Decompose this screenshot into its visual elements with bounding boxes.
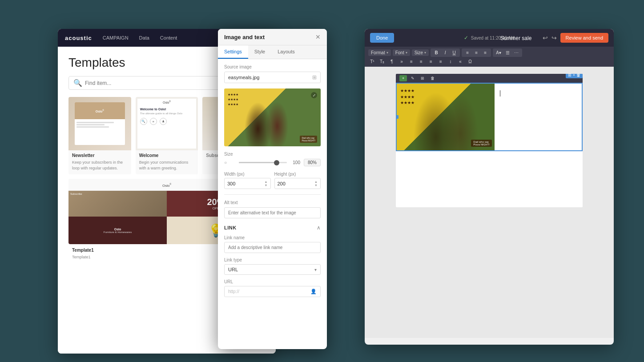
- list-button[interactable]: ≡: [407, 58, 415, 65]
- width-group: Width (px) 300 ▲ ▼: [224, 172, 271, 189]
- link-type-select[interactable]: URL ▾: [224, 264, 321, 275]
- campaign-name: Summer sale: [500, 35, 532, 41]
- height-down-arrow[interactable]: ▼: [314, 184, 318, 187]
- format-arrow: ▾: [386, 51, 388, 55]
- more-button[interactable]: ⋯: [512, 49, 520, 56]
- color-group: A▾ ☰ ⋯: [493, 48, 522, 57]
- template-card-newsletter[interactable]: Oslo® Newsletter Keep your subscribers i…: [68, 97, 131, 174]
- alt-text-input[interactable]: [224, 207, 321, 218]
- email-editor-window: Done ✓ Saved at 11:20:46 AM Summer sale …: [365, 29, 614, 345]
- close-button[interactable]: ✕: [315, 33, 321, 40]
- url-value: http://: [228, 289, 239, 294]
- heading1-button[interactable]: T¹: [368, 58, 376, 65]
- link-chevron[interactable]: ∧: [317, 225, 321, 231]
- nav-item-data[interactable]: Data: [139, 35, 149, 40]
- size-label: Size: [415, 50, 423, 55]
- height-label: Height (px): [274, 172, 321, 177]
- indent-button[interactable]: »: [398, 58, 406, 65]
- align-center-button[interactable]: ≡: [472, 49, 480, 56]
- email-text-area[interactable]: ⊞ + 🗑: [495, 84, 582, 150]
- image-edit-button[interactable]: ✎: [409, 75, 417, 81]
- image-copy-button[interactable]: ⊞: [419, 75, 427, 81]
- card-desc: Begin your communications with a warm gr…: [136, 160, 198, 174]
- width-label: Width (px): [224, 172, 271, 177]
- block-copy-button[interactable]: ⊞: [568, 74, 572, 77]
- text-format-group: B I U: [431, 48, 460, 57]
- expand-icon: ⤢: [311, 92, 317, 98]
- icon-search: 🔍: [140, 118, 147, 125]
- font-dropdown[interactable]: Font ▾: [393, 49, 410, 56]
- card-desc: Keep your subscribers in the loop with r…: [68, 160, 131, 174]
- link-name-input[interactable]: [224, 242, 321, 253]
- tab-settings[interactable]: Settings: [218, 45, 248, 59]
- email-stars: ★★★★★★★★★★★★: [400, 88, 415, 106]
- height-arrows[interactable]: ▲ ▼: [314, 180, 318, 187]
- nav-item-campaign[interactable]: CAMPAIGN: [103, 35, 129, 40]
- send-button[interactable]: Review and send: [560, 33, 608, 43]
- furniture-label: Oslo: [114, 228, 121, 231]
- line-height-button[interactable]: ↕: [447, 58, 455, 65]
- size-slider[interactable]: [239, 162, 287, 163]
- align-left-button[interactable]: ≡: [463, 49, 471, 56]
- size-label: Size: [224, 152, 321, 157]
- url-label: URL: [224, 279, 321, 284]
- block-delete-button[interactable]: 🗑: [576, 74, 580, 77]
- height-up-arrow[interactable]: ▲: [314, 180, 318, 183]
- image-delete-button[interactable]: 🗑: [428, 75, 436, 81]
- add-row-button[interactable]: +: [399, 75, 407, 81]
- special-char-button[interactable]: Ω: [466, 58, 474, 65]
- done-button[interactable]: Done: [370, 33, 394, 43]
- welcome-heading: Welcome to Oslo!: [140, 108, 194, 111]
- text-color-button[interactable]: A▾: [495, 49, 503, 56]
- tab-style[interactable]: Style: [248, 45, 271, 59]
- image-text-block: ★★★★★★★★★★★★ Dad who sayPizza NIGHT! ⊞ +…: [396, 83, 583, 151]
- align-right-button[interactable]: ≡: [481, 49, 489, 56]
- footer-text-block: Oslo Furniture & Homewares: [68, 217, 167, 244]
- width-down-arrow[interactable]: ▼: [265, 184, 268, 187]
- url-input-row[interactable]: http:// 👤: [224, 286, 321, 297]
- outdent-button[interactable]: «: [456, 58, 464, 65]
- tab-layouts[interactable]: Layouts: [271, 45, 301, 59]
- width-input[interactable]: 300 ▲ ▼: [224, 178, 271, 189]
- welcome-subtext: The ultimate guide to all things Oslo: [140, 112, 194, 115]
- link-section-title: LINK: [224, 225, 237, 230]
- icon-list: ≡: [150, 118, 157, 125]
- paragraph-button[interactable]: ¶: [388, 58, 396, 65]
- width-arrows[interactable]: ▲ ▼: [265, 180, 268, 187]
- highlight-button[interactable]: ☰: [503, 49, 511, 56]
- app-logo: acoustic: [65, 35, 92, 41]
- ordered-list-button[interactable]: ≡: [417, 58, 425, 65]
- icon-person: ♟: [160, 118, 167, 125]
- italic-button[interactable]: I: [441, 49, 449, 56]
- link-type-value: URL: [228, 267, 238, 272]
- dialog-title: Image and text: [224, 34, 265, 40]
- undo-button[interactable]: ↩: [543, 34, 548, 41]
- url-person-icon[interactable]: 👤: [310, 289, 317, 294]
- editor-topbar: Done ✓ Saved at 11:20:46 AM Summer sale …: [365, 29, 614, 47]
- toolbar-row-2: T¹ T₂ ¶ » ≡ ≡ ≡ ≡ ↕ « Ω: [368, 58, 610, 65]
- height-input[interactable]: 200 ▲ ▼: [274, 178, 321, 189]
- resize-handle-left[interactable]: [396, 115, 398, 119]
- dialog-tabs: Settings Style Layouts: [218, 45, 327, 59]
- format-dropdown[interactable]: Format ▾: [368, 49, 391, 56]
- size-dropdown[interactable]: Size ▾: [412, 49, 429, 56]
- file-row[interactable]: easymeals.jpg ⊞: [224, 72, 321, 83]
- bold-button[interactable]: B: [432, 49, 440, 56]
- template-card-welcome[interactable]: Oslo® Welcome to Oslo! The ultimate guid…: [136, 97, 198, 174]
- redo-button[interactable]: ↪: [551, 34, 557, 41]
- alt-text-label: Alt text: [224, 200, 321, 205]
- size-max-val: 100: [290, 160, 300, 165]
- nav-item-content[interactable]: Content: [160, 35, 177, 40]
- card-label: Welcome: [136, 150, 198, 160]
- card-photo-area: Subscribe: [68, 191, 167, 217]
- underline-button[interactable]: U: [450, 49, 458, 56]
- size-row: ○ 100 80%: [224, 159, 321, 166]
- size-arrow: ▾: [424, 51, 426, 55]
- width-up-arrow[interactable]: ▲: [265, 180, 268, 183]
- heading2-button[interactable]: T₂: [378, 58, 386, 65]
- unordered-list-button[interactable]: ≡: [427, 58, 435, 65]
- blockquote-button[interactable]: ≡: [437, 58, 445, 65]
- editor-canvas: + ✎ ⊞ 🗑 ★★★★★★★★★★★★ Dad who sayPizza NI…: [365, 67, 614, 338]
- block-add-button[interactable]: +: [573, 74, 575, 77]
- search-icon: 🔍: [73, 79, 82, 87]
